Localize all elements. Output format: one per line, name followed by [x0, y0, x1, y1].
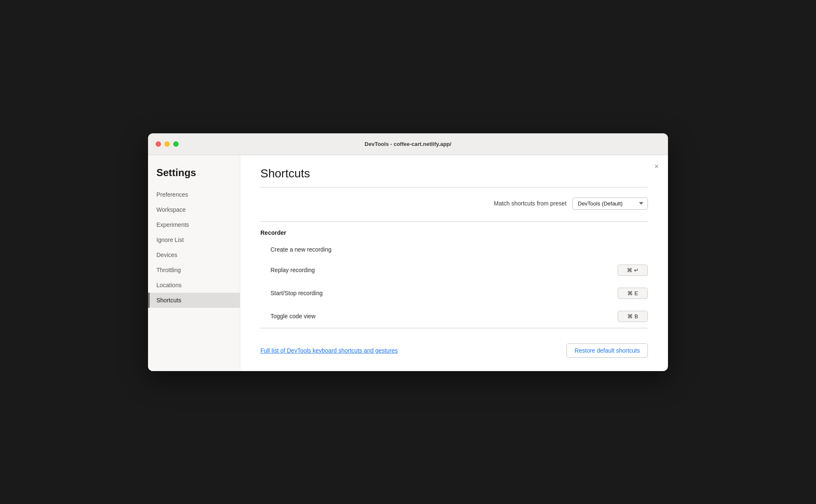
shortcut-key-toggle-code-view: ⌘ B	[618, 311, 648, 322]
shortcut-name-start-stop: Start/Stop recording	[270, 290, 618, 296]
sidebar-item-ignore-list[interactable]: Ignore List	[148, 232, 240, 247]
window-body: Settings Preferences Workspace Experimen…	[148, 155, 668, 371]
shortcut-key-start-stop: ⌘ E	[618, 288, 648, 299]
dialog-close-button[interactable]: ×	[654, 163, 659, 170]
window-controls	[156, 141, 179, 147]
sidebar-heading: Settings	[148, 167, 240, 187]
shortcut-name-replay-recording: Replay recording	[270, 267, 618, 273]
page-title: Shortcuts	[260, 167, 648, 180]
title-divider	[260, 187, 648, 187]
preset-label: Match shortcuts from preset	[494, 200, 567, 207]
shortcut-row-start-stop: Start/Stop recording ⌘ E	[260, 282, 648, 305]
window-title: DevTools - coffee-cart.netlify.app/	[365, 141, 452, 147]
sidebar-item-workspace[interactable]: Workspace	[148, 202, 240, 217]
sidebar-item-preferences[interactable]: Preferences	[148, 187, 240, 202]
preset-row: Match shortcuts from preset DevTools (De…	[260, 197, 648, 210]
close-button[interactable]	[156, 141, 161, 147]
full-list-link[interactable]: Full list of DevTools keyboard shortcuts…	[260, 347, 398, 354]
shortcut-name-new-recording: Create a new recording	[270, 246, 648, 253]
minimize-button[interactable]	[164, 141, 170, 147]
preset-select[interactable]: DevTools (Default) Visual Studio Code	[572, 197, 648, 210]
sidebar-item-devices[interactable]: Devices	[148, 247, 240, 262]
sidebar-item-shortcuts[interactable]: Shortcuts	[148, 293, 240, 308]
shortcut-row-toggle-code-view: Toggle code view ⌘ B	[260, 305, 648, 328]
sidebar-item-experiments[interactable]: Experiments	[148, 217, 240, 232]
shortcut-key-replay-recording: ⌘ ↵	[618, 265, 648, 276]
main-content: × Shortcuts Match shortcuts from preset …	[240, 155, 668, 371]
recorder-section: Recorder Create a new recording Replay r…	[260, 221, 648, 328]
main-inner: Shortcuts Match shortcuts from preset De…	[240, 155, 668, 371]
shortcut-name-toggle-code-view: Toggle code view	[270, 313, 618, 320]
recorder-section-header: Recorder	[260, 222, 648, 240]
devtools-window: DevTools - coffee-cart.netlify.app/ Sett…	[148, 133, 668, 371]
shortcut-row-replay-recording: Replay recording ⌘ ↵	[260, 259, 648, 282]
sidebar: Settings Preferences Workspace Experimen…	[148, 155, 240, 371]
footer-row: Full list of DevTools keyboard shortcuts…	[260, 340, 648, 358]
shortcut-row-new-recording: Create a new recording	[260, 240, 648, 259]
maximize-button[interactable]	[173, 141, 179, 147]
sidebar-item-locations[interactable]: Locations	[148, 278, 240, 293]
titlebar: DevTools - coffee-cart.netlify.app/	[148, 133, 668, 155]
sidebar-item-throttling[interactable]: Throttling	[148, 262, 240, 278]
restore-defaults-button[interactable]: Restore default shortcuts	[567, 343, 648, 358]
